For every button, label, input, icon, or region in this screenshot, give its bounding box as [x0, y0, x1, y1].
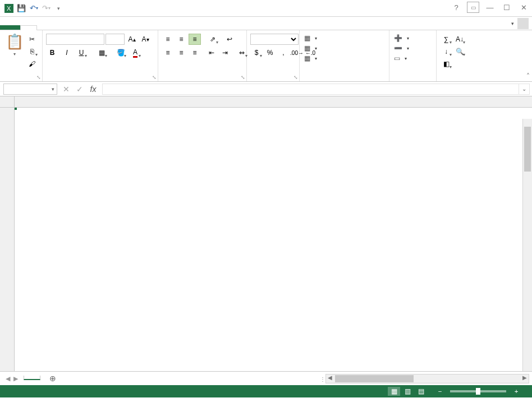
fill-icon[interactable]: ↓▾	[440, 46, 452, 57]
orientation-icon[interactable]: ⇗▾	[207, 34, 219, 45]
scrollbar-thumb[interactable]	[524, 127, 531, 172]
increase-font-icon[interactable]: A▴	[126, 34, 138, 45]
percent-icon[interactable]: %	[264, 47, 276, 58]
cell-styles-button[interactable]: ▦▾	[303, 54, 318, 63]
decrease-font-icon[interactable]: A▾	[139, 34, 152, 45]
sort-filter-icon[interactable]: A↓▾	[453, 34, 466, 45]
dialog-launcher-icon[interactable]: ⤡	[293, 75, 298, 80]
horizontal-scrollbar[interactable]: ◀ ▶	[325, 374, 529, 383]
format-cells-button[interactable]: ▭▾	[393, 54, 408, 63]
align-left-icon[interactable]: ≡	[162, 47, 174, 58]
increase-indent-icon[interactable]: ⇥	[219, 47, 231, 58]
clear-icon[interactable]: ◧▾	[440, 58, 452, 70]
expand-formula-bar-icon[interactable]: ⌄	[519, 84, 530, 95]
view-page-break-icon[interactable]: ▤	[415, 387, 427, 396]
zoom-in-icon[interactable]: +	[510, 387, 522, 396]
add-sheet-button[interactable]: ⊕	[46, 374, 59, 383]
group-cells: ➕▾ ➖▾ ▭▾	[389, 30, 437, 81]
redo-icon[interactable]: ↷▾	[40, 3, 52, 14]
zoom-slider[interactable]	[450, 390, 506, 392]
align-center-icon[interactable]: ≡	[175, 47, 187, 58]
align-right-icon[interactable]: ≡	[189, 47, 201, 58]
tab-review[interactable]	[100, 25, 116, 30]
undo-icon[interactable]: ↶▾	[28, 3, 39, 14]
view-page-layout-icon[interactable]: ▥	[401, 387, 414, 396]
tab-pagelayout[interactable]	[53, 25, 68, 30]
account-area[interactable]: ▾	[508, 18, 529, 29]
ribbon-options-icon[interactable]: ▭	[467, 2, 479, 13]
currency-icon[interactable]: $▾	[250, 47, 263, 58]
font-size-combo[interactable]	[106, 34, 125, 45]
group-editing: ∑▾A↓▾ ↓▾🔍▾ ◧▾	[437, 30, 478, 81]
formula-input[interactable]	[102, 84, 519, 95]
format-painter-button[interactable]: 🖌	[26, 58, 38, 70]
dialog-launcher-icon[interactable]: ⤡	[152, 75, 157, 80]
table-icon: ▦	[304, 44, 310, 52]
zoom-out-icon[interactable]: −	[434, 387, 446, 396]
find-select-icon[interactable]: 🔍▾	[453, 46, 466, 57]
tab-acrobat[interactable]	[131, 25, 147, 30]
align-middle-icon[interactable]: ≡	[175, 34, 187, 45]
tab-insert[interactable]	[37, 25, 53, 30]
sheet-nav[interactable]: ◀▶	[0, 375, 24, 382]
delete-cells-button[interactable]: ➖▾	[393, 44, 410, 53]
scroll-right-icon[interactable]: ▶	[522, 374, 527, 381]
tab-data[interactable]	[84, 25, 100, 30]
autosum-icon[interactable]: ∑▾	[440, 34, 452, 45]
align-top-icon[interactable]: ≡	[162, 34, 174, 45]
cut-button[interactable]: ✂	[26, 34, 38, 45]
cancel-formula-icon[interactable]: ✕	[59, 84, 73, 95]
enter-formula-icon[interactable]: ✓	[73, 84, 86, 95]
italic-button[interactable]: I	[61, 47, 73, 58]
insert-icon: ➕	[394, 34, 402, 42]
insert-cells-button[interactable]: ➕▾	[393, 34, 410, 43]
font-color-button[interactable]: A▾	[129, 47, 141, 58]
scrollbar-thumb[interactable]	[335, 375, 414, 382]
save-icon[interactable]: 💾	[16, 3, 27, 14]
sheet-next-icon[interactable]: ▶	[13, 375, 18, 382]
comma-icon[interactable]: ,	[277, 47, 290, 58]
format-icon: ▭	[394, 54, 400, 62]
wrap-text-icon[interactable]: ↩	[223, 34, 236, 45]
borders-button[interactable]: ▦▾	[95, 47, 108, 58]
tab-file[interactable]	[0, 25, 20, 30]
decrease-indent-icon[interactable]: ⇤	[205, 47, 218, 58]
ribbon: 📋 ▾ ✂ ⎘▾ 🖌 ⤡ A▴ A▾ B I U▾	[0, 30, 532, 82]
tab-home[interactable]	[20, 25, 37, 30]
minimize-icon[interactable]: —	[484, 2, 496, 13]
merge-center-icon[interactable]: ⇔▾	[236, 47, 248, 58]
fill-color-button[interactable]: 🪣▾	[114, 47, 127, 58]
conditional-formatting-button[interactable]: ▦▾	[303, 34, 318, 43]
group-clipboard: 📋 ▾ ✂ ⎘▾ 🖌 ⤡	[0, 30, 43, 81]
align-bottom-icon[interactable]: ≡	[189, 34, 201, 45]
close-icon[interactable]: ✕	[517, 2, 530, 13]
help-icon[interactable]: ?	[450, 2, 462, 13]
bold-button[interactable]: B	[46, 47, 58, 58]
tab-view[interactable]	[116, 25, 131, 30]
underline-button[interactable]: U▾	[75, 47, 88, 58]
delete-icon: ➖	[394, 44, 402, 52]
select-all-corner[interactable]	[0, 96, 15, 107]
paste-button[interactable]: 📋 ▾	[3, 33, 26, 57]
insert-function-icon[interactable]: fx	[86, 84, 100, 95]
font-name-combo[interactable]	[46, 34, 104, 45]
row-headers	[0, 108, 15, 371]
name-box[interactable]: ▾	[3, 84, 57, 95]
qat-dropdown-icon[interactable]: ▾	[53, 3, 64, 14]
format-as-table-button[interactable]: ▦▾	[303, 44, 318, 53]
number-format-combo[interactable]	[250, 34, 299, 45]
vertical-scrollbar[interactable]	[522, 119, 532, 371]
dialog-launcher-icon[interactable]: ⤡	[36, 75, 41, 80]
cells-area[interactable]	[15, 108, 532, 371]
sheet-prev-icon[interactable]: ◀	[6, 375, 10, 382]
cell-styles-icon: ▦	[304, 54, 310, 62]
dialog-launcher-icon[interactable]: ⤡	[241, 75, 245, 80]
collapse-ribbon-icon[interactable]: ˄	[526, 72, 530, 80]
scroll-left-icon[interactable]: ◀	[328, 374, 332, 381]
maximize-icon[interactable]: ☐	[501, 2, 513, 13]
sheet-tab-contacts[interactable]	[24, 376, 40, 380]
view-normal-icon[interactable]: ▦	[388, 387, 400, 396]
copy-button[interactable]: ⎘▾	[26, 46, 38, 57]
zoom-slider-thumb[interactable]	[476, 388, 480, 395]
tab-formulas[interactable]	[68, 25, 84, 30]
